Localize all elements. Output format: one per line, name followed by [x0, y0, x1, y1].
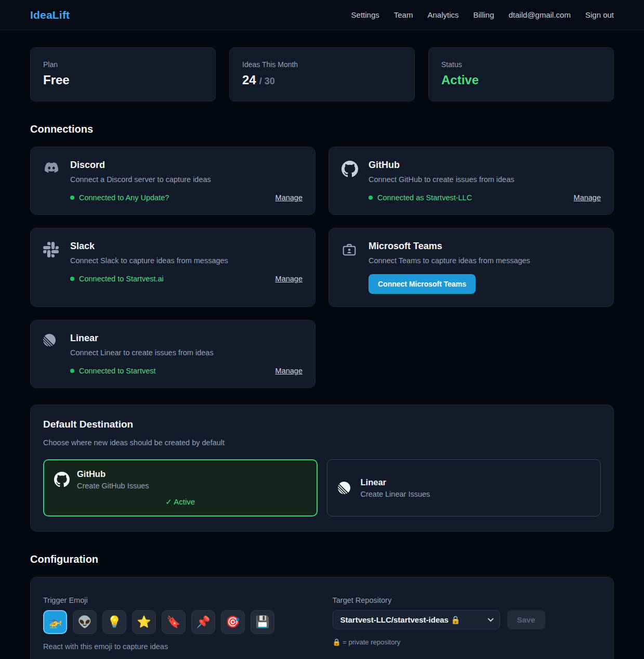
stat-value: Free: [43, 73, 203, 87]
github-icon: [54, 472, 70, 487]
trigger-emoji-label: Trigger Emoji: [43, 596, 312, 604]
connection-status: Connected to Startvest.ai: [70, 275, 164, 283]
emoji-option-helicopter[interactable]: 🚁: [43, 610, 67, 634]
repository-select[interactable]: Startvest-LLC/startvest-ideas 🔒: [333, 610, 500, 629]
stat-label: Plan: [43, 60, 203, 69]
destination-option-linear[interactable]: Linear Create Linear Issues: [327, 459, 601, 516]
stat-card-ideas: Ideas This Month 24/ 30: [229, 47, 415, 101]
connection-description: Connect GitHub to create issues from ide…: [369, 175, 601, 184]
emoji-option-pushpin[interactable]: 📌: [191, 610, 215, 634]
emoji-option-lightbulb[interactable]: 💡: [102, 610, 126, 634]
emoji-option-alien[interactable]: 👽: [73, 610, 97, 634]
connection-description: Connect Slack to capture ideas from mess…: [70, 256, 303, 265]
connection-card-github: GitHub Connect GitHub to create issues f…: [328, 147, 614, 215]
connection-card-teams: Microsoft Teams Connect Teams to capture…: [328, 228, 614, 307]
connections-grid: Discord Connect a Discord server to capt…: [30, 147, 614, 388]
default-destination-title: Default Destination: [43, 419, 601, 430]
nav-item-billing[interactable]: Billing: [473, 10, 494, 19]
status-dot: [70, 369, 74, 373]
target-repository-field: Target Repository Startvest-LLC/startves…: [333, 596, 601, 651]
connections-heading: Connections: [30, 123, 614, 135]
destination-option-title: Linear: [361, 477, 430, 487]
trigger-emoji-field: Trigger Emoji 🚁 👽 💡 ⭐ 🔖 📌 🎯 💾 React with…: [43, 596, 312, 651]
emoji-option-bookmark[interactable]: 🔖: [162, 610, 186, 634]
emoji-option-star[interactable]: ⭐: [132, 610, 156, 634]
status-dot: [369, 196, 373, 200]
nav-item-settings[interactable]: Settings: [351, 10, 379, 19]
nav-item-analytics[interactable]: Analytics: [427, 10, 458, 19]
target-repository-label: Target Repository: [333, 596, 601, 604]
status-dot: [70, 196, 74, 200]
connection-title: Microsoft Teams: [369, 241, 601, 252]
default-destination-card: Default Destination Choose where new ide…: [30, 405, 614, 532]
top-nav: IdeaLift Settings Team Analytics Billing…: [0, 0, 644, 30]
ideas-count: 24: [242, 73, 256, 87]
nav-links: Settings Team Analytics Billing dtaild@g…: [351, 10, 614, 19]
stat-value: 24/ 30: [242, 73, 402, 87]
connection-description: Connect a Discord server to capture idea…: [70, 175, 303, 184]
sign-out-button[interactable]: Sign out: [585, 10, 614, 19]
destination-option-description: Create Linear Issues: [361, 490, 430, 498]
teams-icon: [341, 241, 359, 257]
connection-card-slack: Slack Connect Slack to capture ideas fro…: [30, 228, 316, 307]
trigger-emoji-caption: React with this emoji to capture ideas: [43, 642, 312, 651]
nav-item-team[interactable]: Team: [394, 10, 413, 19]
status-value: Active: [441, 73, 601, 87]
status-dot: [70, 277, 74, 281]
connection-card-linear: Linear Connect Linear to create issues f…: [30, 320, 316, 388]
save-button[interactable]: Save: [507, 610, 545, 629]
discord-icon: [43, 160, 61, 174]
stat-card-status: Status Active: [428, 47, 614, 101]
emoji-picker: 🚁 👽 💡 ⭐ 🔖 📌 🎯 💾: [43, 610, 312, 634]
connection-title: GitHub: [369, 160, 601, 171]
connection-description: Connect Linear to create issues from ide…: [70, 348, 303, 357]
linear-icon: [43, 333, 61, 346]
connection-description: Connect Teams to capture ideas from mess…: [369, 256, 601, 265]
connection-status: Connected to Any Update?: [70, 193, 169, 202]
github-icon: [341, 160, 359, 177]
brand-logo[interactable]: IdeaLift: [30, 9, 70, 21]
emoji-option-floppy[interactable]: 💾: [251, 610, 274, 634]
manage-link[interactable]: Manage: [275, 367, 303, 375]
destination-active-badge: ✓ Active: [54, 497, 307, 507]
connection-title: Linear: [70, 333, 303, 344]
connection-status: Connected as Startvest-LLC: [369, 193, 472, 202]
destination-option-github[interactable]: GitHub Create GitHub Issues ✓ Active: [43, 459, 318, 516]
configuration-card: Trigger Emoji 🚁 👽 💡 ⭐ 🔖 📌 🎯 💾 React with…: [30, 577, 614, 659]
connect-teams-button[interactable]: Connect Microsoft Teams: [369, 274, 476, 294]
destination-option-description: Create GitHub Issues: [77, 482, 149, 490]
private-repository-note: 🔒 = private repository: [333, 638, 601, 646]
manage-link[interactable]: Manage: [275, 275, 303, 283]
manage-link[interactable]: Manage: [275, 193, 303, 202]
linear-icon: [338, 482, 353, 494]
connection-status: Connected to Startvest: [70, 367, 156, 375]
slack-icon: [43, 241, 61, 257]
configuration-heading: Configuration: [30, 553, 614, 565]
stat-card-plan: Plan Free: [30, 47, 216, 101]
connection-title: Discord: [70, 160, 303, 171]
connection-title: Slack: [70, 241, 303, 252]
emoji-option-dart[interactable]: 🎯: [221, 610, 245, 634]
stat-label: Status: [441, 60, 601, 69]
connection-card-discord: Discord Connect a Discord server to capt…: [30, 147, 316, 215]
stat-label: Ideas This Month: [242, 60, 402, 69]
stats-row: Plan Free Ideas This Month 24/ 30 Status…: [30, 47, 614, 101]
manage-link[interactable]: Manage: [574, 193, 601, 202]
default-destination-subtitle: Choose where new ideas should be created…: [43, 438, 601, 447]
nav-user-email[interactable]: dtaild@gmail.com: [509, 10, 571, 19]
destination-option-title: GitHub: [77, 469, 149, 479]
ideas-limit: / 30: [259, 76, 275, 86]
